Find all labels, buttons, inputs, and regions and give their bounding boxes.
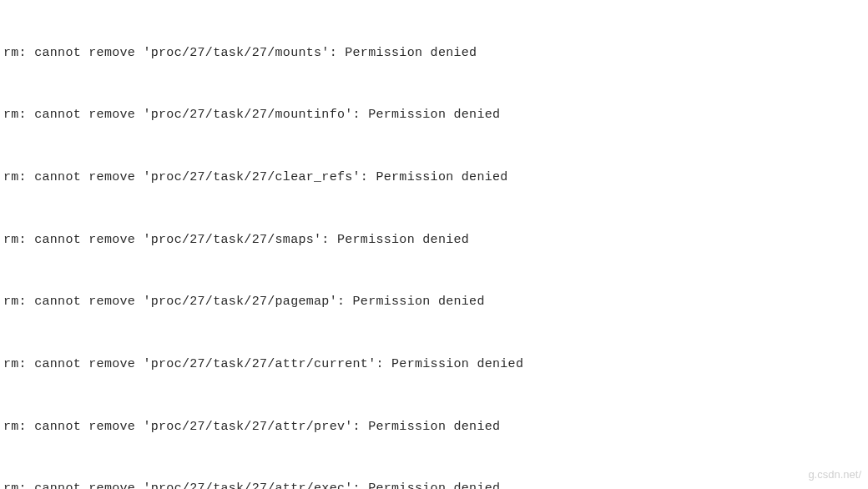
terminal-line: rm: cannot remove 'proc/27/task/27/smaps… — [3, 230, 865, 251]
terminal-output: rm: cannot remove 'proc/27/task/27/mount… — [3, 2, 865, 489]
terminal-line: rm: cannot remove 'proc/27/task/27/attr/… — [3, 417, 865, 438]
terminal-line: rm: cannot remove 'proc/27/task/27/pagem… — [3, 292, 865, 313]
terminal-line: rm: cannot remove 'proc/27/task/27/mount… — [3, 43, 865, 64]
terminal-line: rm: cannot remove 'proc/27/task/27/attr/… — [3, 479, 865, 489]
watermark: g.csdn.net/ — [808, 466, 861, 484]
terminal-line: rm: cannot remove 'proc/27/task/27/clear… — [3, 168, 865, 189]
terminal-line: rm: cannot remove 'proc/27/task/27/attr/… — [3, 355, 865, 376]
terminal-line: rm: cannot remove 'proc/27/task/27/mount… — [3, 105, 865, 126]
